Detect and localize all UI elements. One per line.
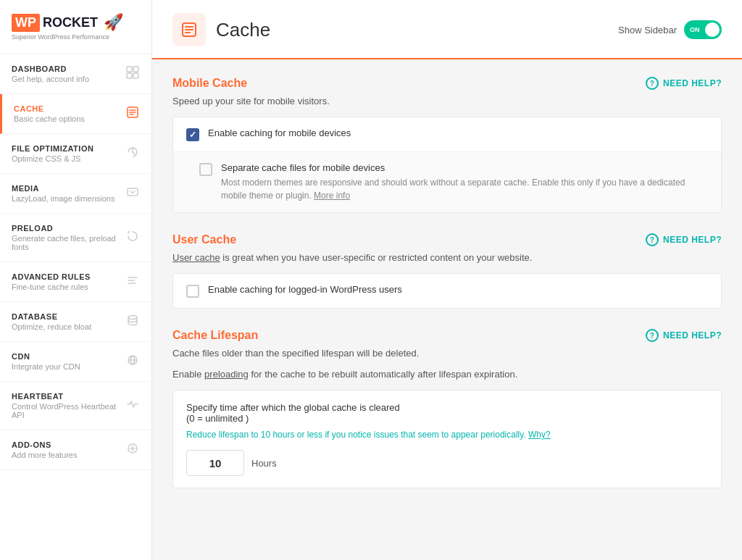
add-ons-icon bbox=[125, 442, 140, 458]
content-body: Mobile Cache ? NEED HELP? Speed up your … bbox=[152, 59, 742, 526]
cache-icon bbox=[125, 106, 140, 122]
user-cache-need-help-label: NEED HELP? bbox=[663, 235, 722, 245]
cache-lifespan-section: Cache Lifespan ? NEED HELP? Cache files … bbox=[172, 329, 722, 488]
separate-cache-files-desc: Most modern themes are responsive and sh… bbox=[221, 176, 708, 202]
svg-point-6 bbox=[128, 316, 137, 319]
user-cache-header: User Cache ? NEED HELP? bbox=[172, 233, 722, 246]
lifespan-unit-label: Hours bbox=[251, 458, 277, 469]
mobile-cache-options: Enable caching for mobile devices Separa… bbox=[172, 117, 722, 213]
sidebar-item-media[interactable]: MEDIA LazyLoad, image dimensions bbox=[0, 174, 151, 214]
page-icon bbox=[172, 13, 206, 46]
enable-mobile-caching-checkbox[interactable] bbox=[186, 128, 199, 141]
logo-wp: WP bbox=[12, 14, 40, 32]
user-cache-options: Enable caching for logged-in WordPress u… bbox=[172, 273, 722, 309]
logo-tagline: Superior WordPress Performance bbox=[12, 33, 140, 41]
lifespan-box: Specify time after which the global cach… bbox=[172, 390, 722, 488]
svg-rect-0 bbox=[127, 67, 132, 72]
enable-mobile-caching-label: Enable caching for mobile devices bbox=[208, 128, 708, 138]
database-icon bbox=[125, 314, 140, 330]
svg-rect-1 bbox=[133, 67, 138, 72]
enable-user-caching-label: Enable caching for logged-in WordPress u… bbox=[208, 284, 708, 295]
enable-user-caching-checkbox[interactable] bbox=[186, 285, 199, 298]
cache-lifespan-need-help-label: NEED HELP? bbox=[663, 330, 722, 340]
lifespan-title-line1: Specify time after which the global cach… bbox=[186, 402, 708, 413]
mobile-cache-description: Speed up your site for mobile visitors. bbox=[172, 96, 722, 106]
header-right: Show Sidebar ON bbox=[618, 20, 722, 51]
why-link[interactable]: Why? bbox=[528, 430, 551, 440]
sidebar-item-heartbeat[interactable]: HEARTBEAT Control WordPress Heartbeat AP… bbox=[0, 382, 151, 430]
sidebar-item-dashboard[interactable]: DASHBOARD Get help, account info bbox=[0, 54, 151, 94]
need-help-icon: ? bbox=[646, 77, 659, 90]
mobile-cache-header: Mobile Cache ? NEED HELP? bbox=[172, 77, 722, 90]
separate-cache-files-label: Separate cache files for mobile devices bbox=[221, 162, 708, 173]
cache-lifespan-desc2: Enable preloading for the cache to be re… bbox=[172, 369, 722, 380]
mobile-cache-section: Mobile Cache ? NEED HELP? Speed up your … bbox=[172, 77, 722, 213]
user-cache-need-help-icon: ? bbox=[646, 233, 659, 246]
rocket-icon: 🚀 bbox=[104, 13, 123, 32]
preload-icon bbox=[125, 230, 140, 246]
user-cache-section: User Cache ? NEED HELP? User cache is gr… bbox=[172, 233, 722, 309]
sidebar-item-cdn[interactable]: CDN Integrate your CDN bbox=[0, 342, 151, 382]
cache-lifespan-header: Cache Lifespan ? NEED HELP? bbox=[172, 329, 722, 342]
heartbeat-icon bbox=[125, 398, 140, 414]
dashboard-icon bbox=[125, 66, 140, 82]
separate-cache-files-checkbox[interactable] bbox=[199, 163, 212, 176]
cdn-icon bbox=[125, 354, 140, 369]
lifespan-title-line2: (0 = unlimited ) bbox=[186, 413, 708, 424]
sidebar: WP ROCKET 🚀 Superior WordPress Performan… bbox=[0, 0, 152, 560]
sidebar-item-database[interactable]: DATABASE Optimize, reduce bloat bbox=[0, 302, 151, 342]
sidebar-item-preload[interactable]: PRELOAD Generate cache files, preload fo… bbox=[0, 214, 151, 262]
user-cache-need-help[interactable]: ? NEED HELP? bbox=[646, 233, 722, 246]
toggle-label: ON bbox=[690, 26, 700, 33]
file-optimization-icon bbox=[125, 146, 140, 162]
sidebar-item-cache[interactable]: CACHE Basic cache options bbox=[0, 94, 151, 134]
user-cache-title: User Cache bbox=[172, 233, 236, 246]
mobile-cache-option-row-1: Enable caching for mobile devices bbox=[173, 117, 721, 152]
more-info-link[interactable]: More info bbox=[314, 191, 350, 201]
user-cache-description: User cache is great when you have user-s… bbox=[172, 252, 722, 263]
lifespan-input-row: Hours bbox=[186, 450, 708, 476]
sidebar-item-add-ons[interactable]: ADD-ONS Add more features bbox=[0, 430, 151, 470]
user-cache-link[interactable]: User cache bbox=[172, 252, 220, 263]
sidebar-toggle[interactable]: ON bbox=[684, 20, 722, 39]
cache-lifespan-need-help[interactable]: ? NEED HELP? bbox=[646, 329, 722, 342]
mobile-cache-title: Mobile Cache bbox=[172, 77, 247, 90]
main-content: Cache Show Sidebar ON Mobile Cache ? NEE… bbox=[152, 0, 742, 560]
sidebar-logo: WP ROCKET 🚀 Superior WordPress Performan… bbox=[0, 0, 151, 54]
media-icon bbox=[125, 185, 140, 201]
mobile-cache-need-help-label: NEED HELP? bbox=[663, 78, 722, 88]
page-title-area: Cache bbox=[172, 13, 270, 58]
advanced-rules-icon bbox=[125, 274, 140, 290]
cache-lifespan-desc1: Cache files older than the specified lif… bbox=[172, 348, 722, 359]
svg-rect-5 bbox=[128, 188, 138, 196]
cache-lifespan-title: Cache Lifespan bbox=[172, 329, 258, 342]
mobile-cache-need-help[interactable]: ? NEED HELP? bbox=[646, 77, 722, 90]
mobile-cache-suboption-row-1: Separate cache files for mobile devices … bbox=[173, 152, 721, 212]
logo-rocket: ROCKET bbox=[43, 15, 98, 30]
page-title: Cache bbox=[216, 19, 270, 41]
toggle-knob bbox=[705, 22, 720, 37]
preloading-link[interactable]: preloading bbox=[204, 369, 249, 380]
sidebar-item-file-optimization[interactable]: FILE OPTIMIZATION Optimize CSS & JS bbox=[0, 134, 151, 174]
lifespan-note: Reduce lifespan to 10 hours or less if y… bbox=[186, 430, 708, 440]
sidebar-item-advanced-rules[interactable]: ADVANCED RULES Fine-tune cache rules bbox=[0, 262, 151, 302]
show-sidebar-label: Show Sidebar bbox=[618, 25, 677, 35]
lifespan-value-input[interactable] bbox=[186, 450, 244, 476]
svg-rect-3 bbox=[133, 73, 138, 78]
user-cache-option-row-1: Enable caching for logged-in WordPress u… bbox=[173, 274, 721, 308]
svg-rect-2 bbox=[127, 73, 132, 78]
cache-lifespan-need-help-icon: ? bbox=[646, 329, 659, 342]
content-header: Cache Show Sidebar ON bbox=[152, 0, 742, 59]
